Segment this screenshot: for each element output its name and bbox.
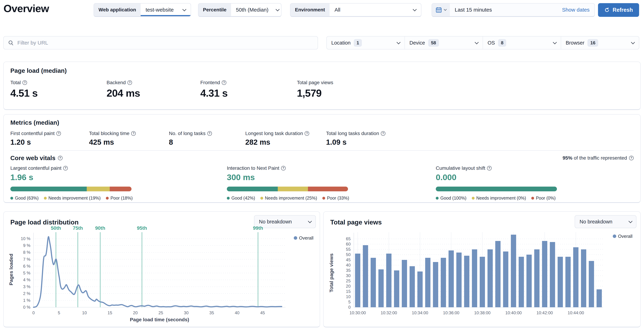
chevron-down-icon	[396, 40, 401, 44]
help-icon[interactable]	[629, 156, 634, 160]
bar[interactable]	[441, 258, 446, 307]
bar[interactable]	[488, 249, 493, 307]
y-tick-label: 7 %	[23, 257, 30, 262]
browser-filter[interactable]: Browser 16	[561, 36, 639, 49]
location-filter[interactable]: Location 1	[327, 36, 405, 49]
help-icon[interactable]	[207, 131, 212, 136]
refresh-button[interactable]: Refresh	[598, 3, 639, 17]
url-filter-input[interactable]	[18, 40, 314, 46]
os-filter[interactable]: OS 8	[483, 36, 561, 49]
help-icon[interactable]	[304, 131, 309, 136]
help-icon[interactable]	[63, 166, 68, 170]
bar[interactable]	[363, 245, 368, 307]
bar[interactable]	[596, 289, 602, 307]
bar[interactable]	[402, 260, 407, 307]
help-icon[interactable]	[58, 156, 62, 160]
help-icon[interactable]	[487, 166, 492, 170]
bar[interactable]	[448, 250, 454, 307]
bar[interactable]	[433, 262, 438, 307]
bar[interactable]	[425, 258, 430, 307]
bar[interactable]	[534, 249, 540, 307]
bar[interactable]	[456, 253, 462, 307]
bar[interactable]	[495, 241, 500, 307]
distribution-line-series[interactable]	[34, 237, 282, 307]
vital-lcp-bar	[10, 187, 132, 191]
bar[interactable]	[550, 242, 555, 307]
show-dates-link[interactable]: Show dates	[557, 3, 594, 16]
chevron-down-icon	[182, 7, 186, 11]
vital-cls-value: 0.000	[436, 172, 557, 182]
web-application-select[interactable]: test-website	[141, 3, 191, 16]
help-icon[interactable]	[131, 131, 136, 136]
calendar-dropdown[interactable]	[432, 3, 450, 16]
x-axis-title: Page load time (seconds)	[130, 317, 189, 322]
stat-frontend: Frontend 4.31 s	[200, 80, 228, 99]
stat-frontend-value: 4.31 s	[200, 87, 228, 99]
bar[interactable]	[386, 254, 392, 307]
y-tick-label: 1 %	[23, 298, 30, 303]
url-filter[interactable]	[3, 36, 318, 49]
bar[interactable]	[581, 249, 586, 307]
stat-total-long-tasks: Total long tasks duration 1.09 s	[326, 131, 386, 146]
web-application-filter[interactable]: Web application test-website	[94, 3, 191, 17]
help-icon[interactable]	[22, 80, 27, 85]
stat-longest-long-task-label: Longest long task duration	[245, 131, 303, 136]
bar[interactable]	[480, 257, 485, 307]
chevron-down-icon	[308, 219, 312, 223]
page-load-distribution-chart[interactable]: 0 %1 %2 %3 %4 %5 %6 %7 %8 %9 %10 %051015…	[6, 226, 319, 327]
stat-backend: Backend 204 ms	[106, 80, 140, 99]
help-icon[interactable]	[56, 131, 61, 136]
bar[interactable]	[355, 254, 360, 307]
total-page-views-chart[interactable]: 0510152025303540455055606510:30:0010:32:…	[326, 226, 639, 327]
bar[interactable]	[394, 271, 399, 307]
y-tick-label: 8 %	[23, 250, 30, 255]
bar[interactable]	[526, 255, 532, 307]
good-legend: Good (63%)	[15, 196, 39, 201]
bar[interactable]	[565, 257, 570, 307]
environment-filter-label: Environment	[290, 3, 330, 16]
bar[interactable]	[589, 261, 594, 307]
x-tick-label: 30	[184, 311, 188, 315]
percentile-select[interactable]: 50th (Median)	[231, 3, 282, 16]
bar[interactable]	[503, 252, 508, 307]
time-range-value[interactable]: Last 15 minutes	[450, 3, 557, 16]
bar[interactable]	[378, 269, 384, 307]
stat-total: Total 4.51 s	[10, 80, 38, 99]
bar[interactable]	[472, 249, 477, 307]
bar[interactable]	[511, 235, 516, 307]
environment-select[interactable]: All	[330, 3, 421, 16]
help-icon[interactable]	[128, 80, 132, 85]
os-filter-label: OS	[488, 40, 495, 46]
device-filter[interactable]: Device 58	[405, 36, 483, 49]
needs-improvement-dot-icon	[472, 197, 474, 200]
time-range-picker[interactable]: Last 15 minutes Show dates	[432, 3, 595, 17]
poor-segment	[110, 187, 132, 191]
legend-dot-icon	[613, 235, 616, 238]
chart-legend-label[interactable]: Overall	[299, 235, 314, 241]
bar[interactable]	[519, 257, 524, 307]
good-segment	[10, 187, 87, 191]
environment-filter[interactable]: Environment All	[290, 3, 421, 17]
help-icon[interactable]	[222, 80, 226, 85]
bar[interactable]	[573, 247, 578, 307]
bar[interactable]	[371, 258, 376, 307]
needs-improvement-segment	[87, 187, 110, 191]
y-tick-label: 50	[346, 252, 350, 257]
good-dot-icon	[436, 197, 438, 200]
chart-legend-label[interactable]: Overall	[618, 234, 632, 239]
help-icon[interactable]	[281, 166, 286, 170]
vital-inp-label: Interaction to Next Paint	[227, 165, 279, 171]
x-tick-label: 5	[58, 311, 60, 315]
bar[interactable]	[410, 266, 415, 307]
percentile-filter[interactable]: Percentile 50th (Median)	[198, 3, 282, 17]
bar[interactable]	[558, 257, 563, 307]
bar[interactable]	[464, 256, 469, 307]
percentile-label: 50th	[51, 226, 61, 231]
help-icon[interactable]	[381, 131, 386, 136]
bar[interactable]	[542, 241, 547, 307]
y-tick-label: 45	[346, 258, 350, 262]
needs-improvement-legend: Needs improvement (0%)	[476, 196, 526, 201]
vital-cls-legend: Good (100%) Needs improvement (0%) Poor …	[436, 196, 557, 201]
y-tick-label: 20	[346, 284, 350, 289]
bar[interactable]	[417, 272, 422, 307]
